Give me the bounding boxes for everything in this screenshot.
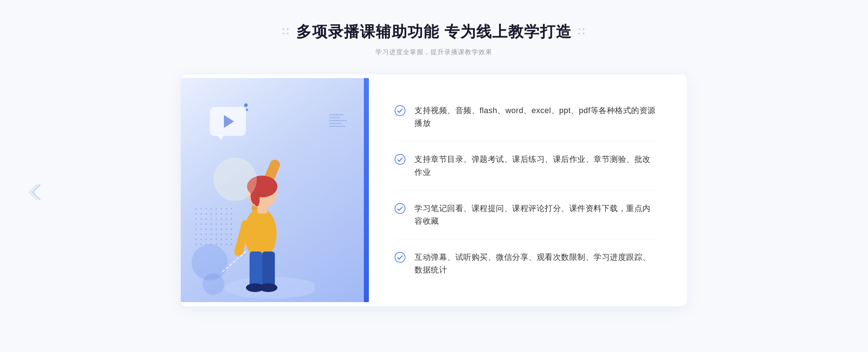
play-bubble xyxy=(210,107,246,139)
title-deco-left xyxy=(282,28,290,35)
left-chevron xyxy=(29,183,43,204)
feature-item-2: 支持章节目录、弹题考试、课后练习、课后作业、章节测验、批改作业 xyxy=(394,141,658,190)
svg-rect-9 xyxy=(258,206,267,214)
main-title: 多项录播课辅助功能 专为线上教学打造 xyxy=(296,22,572,42)
content-area: 支持视频、音频、flash、word、excel、ppt、pdf等各种格式的资源… xyxy=(181,74,687,306)
svg-point-14 xyxy=(259,283,277,292)
feature-item-4: 互动弹幕、试听购买、微信分享、观看次数限制、学习进度跟踪、数据统计 xyxy=(394,239,658,288)
svg-point-16 xyxy=(213,158,257,201)
person-illustration xyxy=(199,136,315,302)
svg-point-2 xyxy=(244,208,277,259)
play-bubble-bg xyxy=(210,107,246,136)
svg-rect-12 xyxy=(262,252,275,288)
subtitle: 学习进度全掌握，提升录播课教学效果 xyxy=(375,48,492,56)
svg-line-15 xyxy=(221,252,246,273)
svg-point-8 xyxy=(265,193,267,196)
sparkle xyxy=(244,103,248,111)
svg-line-10 xyxy=(239,224,246,252)
svg-point-19 xyxy=(395,203,405,214)
svg-rect-11 xyxy=(250,252,262,288)
feature-text-1: 支持视频、音频、flash、word、excel、ppt、pdf等各种格式的资源… xyxy=(414,104,658,129)
title-deco-right xyxy=(578,28,586,35)
svg-point-7 xyxy=(258,193,260,196)
left-panel xyxy=(181,78,369,302)
title-row: 多项录播课辅助功能 专为线上教学打造 xyxy=(282,22,586,42)
feature-item-1: 支持视频、音频、flash、word、excel、ppt、pdf等各种格式的资源… xyxy=(394,93,658,141)
feature-item-3: 学习笔记回看、课程提问、课程评论打分、课件资料下载，重点内容收藏 xyxy=(394,190,658,239)
svg-point-17 xyxy=(395,106,405,116)
check-icon-4 xyxy=(394,252,406,263)
page-container: 多项录播课辅助功能 专为线上教学打造 学习进度全掌握，提升录播课教学效果 xyxy=(0,0,868,352)
right-panel: 支持视频、音频、flash、word、excel、ppt、pdf等各种格式的资源… xyxy=(369,74,687,306)
feature-text-3: 学习笔记回看、课程提问、课程评论打分、课件资料下载，重点内容收藏 xyxy=(414,202,658,227)
lines-deco xyxy=(329,114,347,127)
header-section: 多项录播课辅助功能 专为线上教学打造 学习进度全掌握，提升录播课教学效果 xyxy=(282,22,586,56)
svg-point-18 xyxy=(395,154,405,164)
check-icon-3 xyxy=(394,203,406,214)
play-triangle xyxy=(224,115,234,128)
check-icon-2 xyxy=(394,154,406,165)
svg-point-20 xyxy=(395,252,405,262)
feature-text-2: 支持章节目录、弹题考试、课后练习、课后作业、章节测验、批改作业 xyxy=(414,153,658,178)
feature-text-4: 互动弹幕、试听购买、微信分享、观看次数限制、学习进度跟踪、数据统计 xyxy=(414,251,658,276)
check-icon-1 xyxy=(394,105,406,116)
left-panel-bar xyxy=(364,78,369,302)
